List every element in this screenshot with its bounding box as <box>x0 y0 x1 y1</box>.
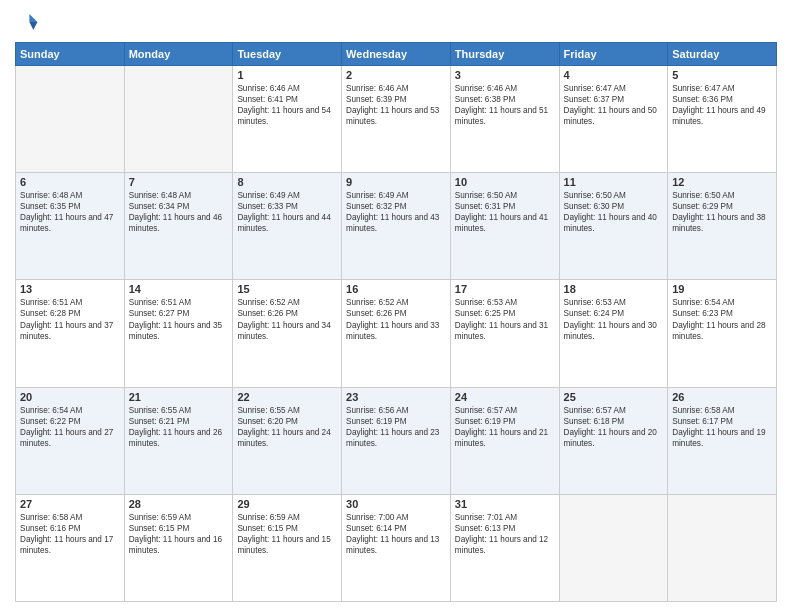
calendar-cell: 2Sunrise: 6:46 AMSunset: 6:39 PMDaylight… <box>342 66 451 173</box>
day-number: 31 <box>455 498 555 510</box>
calendar-table: SundayMondayTuesdayWednesdayThursdayFrid… <box>15 42 777 602</box>
day-number: 15 <box>237 283 337 295</box>
calendar-cell <box>124 66 233 173</box>
calendar-cell: 24Sunrise: 6:57 AMSunset: 6:19 PMDayligh… <box>450 387 559 494</box>
calendar-cell: 21Sunrise: 6:55 AMSunset: 6:21 PMDayligh… <box>124 387 233 494</box>
weekday-header: Tuesday <box>233 43 342 66</box>
cell-info: Sunrise: 6:58 AMSunset: 6:16 PMDaylight:… <box>20 512 120 556</box>
calendar-cell: 6Sunrise: 6:48 AMSunset: 6:35 PMDaylight… <box>16 173 125 280</box>
logo <box>15 10 43 34</box>
cell-info: Sunrise: 7:01 AMSunset: 6:13 PMDaylight:… <box>455 512 555 556</box>
day-number: 23 <box>346 391 446 403</box>
cell-info: Sunrise: 6:46 AMSunset: 6:41 PMDaylight:… <box>237 83 337 127</box>
calendar-cell: 19Sunrise: 6:54 AMSunset: 6:23 PMDayligh… <box>668 280 777 387</box>
day-number: 30 <box>346 498 446 510</box>
cell-info: Sunrise: 6:57 AMSunset: 6:18 PMDaylight:… <box>564 405 664 449</box>
cell-info: Sunrise: 6:56 AMSunset: 6:19 PMDaylight:… <box>346 405 446 449</box>
calendar-cell: 27Sunrise: 6:58 AMSunset: 6:16 PMDayligh… <box>16 494 125 601</box>
calendar-cell: 29Sunrise: 6:59 AMSunset: 6:15 PMDayligh… <box>233 494 342 601</box>
cell-info: Sunrise: 6:59 AMSunset: 6:15 PMDaylight:… <box>237 512 337 556</box>
calendar-week-row: 27Sunrise: 6:58 AMSunset: 6:16 PMDayligh… <box>16 494 777 601</box>
calendar-week-row: 6Sunrise: 6:48 AMSunset: 6:35 PMDaylight… <box>16 173 777 280</box>
day-number: 13 <box>20 283 120 295</box>
weekday-header: Wednesday <box>342 43 451 66</box>
day-number: 22 <box>237 391 337 403</box>
calendar-cell: 16Sunrise: 6:52 AMSunset: 6:26 PMDayligh… <box>342 280 451 387</box>
cell-info: Sunrise: 6:51 AMSunset: 6:28 PMDaylight:… <box>20 297 120 341</box>
day-number: 29 <box>237 498 337 510</box>
day-number: 2 <box>346 69 446 81</box>
cell-info: Sunrise: 6:48 AMSunset: 6:34 PMDaylight:… <box>129 190 229 234</box>
calendar-cell: 25Sunrise: 6:57 AMSunset: 6:18 PMDayligh… <box>559 387 668 494</box>
calendar-cell: 7Sunrise: 6:48 AMSunset: 6:34 PMDaylight… <box>124 173 233 280</box>
calendar-week-row: 20Sunrise: 6:54 AMSunset: 6:22 PMDayligh… <box>16 387 777 494</box>
calendar-cell: 11Sunrise: 6:50 AMSunset: 6:30 PMDayligh… <box>559 173 668 280</box>
day-number: 27 <box>20 498 120 510</box>
day-number: 18 <box>564 283 664 295</box>
cell-info: Sunrise: 6:54 AMSunset: 6:22 PMDaylight:… <box>20 405 120 449</box>
calendar-cell: 5Sunrise: 6:47 AMSunset: 6:36 PMDaylight… <box>668 66 777 173</box>
calendar-cell: 13Sunrise: 6:51 AMSunset: 6:28 PMDayligh… <box>16 280 125 387</box>
calendar-cell: 17Sunrise: 6:53 AMSunset: 6:25 PMDayligh… <box>450 280 559 387</box>
cell-info: Sunrise: 6:49 AMSunset: 6:32 PMDaylight:… <box>346 190 446 234</box>
day-number: 6 <box>20 176 120 188</box>
cell-info: Sunrise: 6:47 AMSunset: 6:36 PMDaylight:… <box>672 83 772 127</box>
calendar-cell: 10Sunrise: 6:50 AMSunset: 6:31 PMDayligh… <box>450 173 559 280</box>
calendar-cell: 8Sunrise: 6:49 AMSunset: 6:33 PMDaylight… <box>233 173 342 280</box>
calendar-cell: 4Sunrise: 6:47 AMSunset: 6:37 PMDaylight… <box>559 66 668 173</box>
calendar-cell: 3Sunrise: 6:46 AMSunset: 6:38 PMDaylight… <box>450 66 559 173</box>
cell-info: Sunrise: 6:57 AMSunset: 6:19 PMDaylight:… <box>455 405 555 449</box>
calendar-cell: 9Sunrise: 6:49 AMSunset: 6:32 PMDaylight… <box>342 173 451 280</box>
calendar-cell <box>668 494 777 601</box>
cell-info: Sunrise: 6:52 AMSunset: 6:26 PMDaylight:… <box>346 297 446 341</box>
calendar-cell: 28Sunrise: 6:59 AMSunset: 6:15 PMDayligh… <box>124 494 233 601</box>
weekday-header: Thursday <box>450 43 559 66</box>
day-number: 25 <box>564 391 664 403</box>
day-number: 8 <box>237 176 337 188</box>
cell-info: Sunrise: 6:55 AMSunset: 6:20 PMDaylight:… <box>237 405 337 449</box>
page: SundayMondayTuesdayWednesdayThursdayFrid… <box>0 0 792 612</box>
day-number: 9 <box>346 176 446 188</box>
calendar-cell: 15Sunrise: 6:52 AMSunset: 6:26 PMDayligh… <box>233 280 342 387</box>
weekday-header: Saturday <box>668 43 777 66</box>
weekday-header: Monday <box>124 43 233 66</box>
day-number: 26 <box>672 391 772 403</box>
calendar-week-row: 1Sunrise: 6:46 AMSunset: 6:41 PMDaylight… <box>16 66 777 173</box>
weekday-header: Friday <box>559 43 668 66</box>
day-number: 28 <box>129 498 229 510</box>
day-number: 11 <box>564 176 664 188</box>
day-number: 17 <box>455 283 555 295</box>
cell-info: Sunrise: 6:49 AMSunset: 6:33 PMDaylight:… <box>237 190 337 234</box>
calendar-cell: 20Sunrise: 6:54 AMSunset: 6:22 PMDayligh… <box>16 387 125 494</box>
header <box>15 10 777 34</box>
cell-info: Sunrise: 6:51 AMSunset: 6:27 PMDaylight:… <box>129 297 229 341</box>
day-number: 21 <box>129 391 229 403</box>
calendar-cell: 1Sunrise: 6:46 AMSunset: 6:41 PMDaylight… <box>233 66 342 173</box>
calendar-header-row: SundayMondayTuesdayWednesdayThursdayFrid… <box>16 43 777 66</box>
day-number: 7 <box>129 176 229 188</box>
cell-info: Sunrise: 6:46 AMSunset: 6:38 PMDaylight:… <box>455 83 555 127</box>
cell-info: Sunrise: 6:50 AMSunset: 6:31 PMDaylight:… <box>455 190 555 234</box>
weekday-header: Sunday <box>16 43 125 66</box>
logo-icon <box>15 10 39 34</box>
cell-info: Sunrise: 6:53 AMSunset: 6:25 PMDaylight:… <box>455 297 555 341</box>
calendar-cell: 22Sunrise: 6:55 AMSunset: 6:20 PMDayligh… <box>233 387 342 494</box>
cell-info: Sunrise: 6:46 AMSunset: 6:39 PMDaylight:… <box>346 83 446 127</box>
cell-info: Sunrise: 7:00 AMSunset: 6:14 PMDaylight:… <box>346 512 446 556</box>
calendar-cell <box>16 66 125 173</box>
calendar-cell: 23Sunrise: 6:56 AMSunset: 6:19 PMDayligh… <box>342 387 451 494</box>
day-number: 4 <box>564 69 664 81</box>
calendar-cell: 12Sunrise: 6:50 AMSunset: 6:29 PMDayligh… <box>668 173 777 280</box>
cell-info: Sunrise: 6:47 AMSunset: 6:37 PMDaylight:… <box>564 83 664 127</box>
cell-info: Sunrise: 6:55 AMSunset: 6:21 PMDaylight:… <box>129 405 229 449</box>
calendar-cell: 30Sunrise: 7:00 AMSunset: 6:14 PMDayligh… <box>342 494 451 601</box>
day-number: 14 <box>129 283 229 295</box>
day-number: 20 <box>20 391 120 403</box>
cell-info: Sunrise: 6:58 AMSunset: 6:17 PMDaylight:… <box>672 405 772 449</box>
cell-info: Sunrise: 6:59 AMSunset: 6:15 PMDaylight:… <box>129 512 229 556</box>
day-number: 3 <box>455 69 555 81</box>
calendar-cell: 18Sunrise: 6:53 AMSunset: 6:24 PMDayligh… <box>559 280 668 387</box>
day-number: 10 <box>455 176 555 188</box>
calendar-cell: 26Sunrise: 6:58 AMSunset: 6:17 PMDayligh… <box>668 387 777 494</box>
day-number: 1 <box>237 69 337 81</box>
